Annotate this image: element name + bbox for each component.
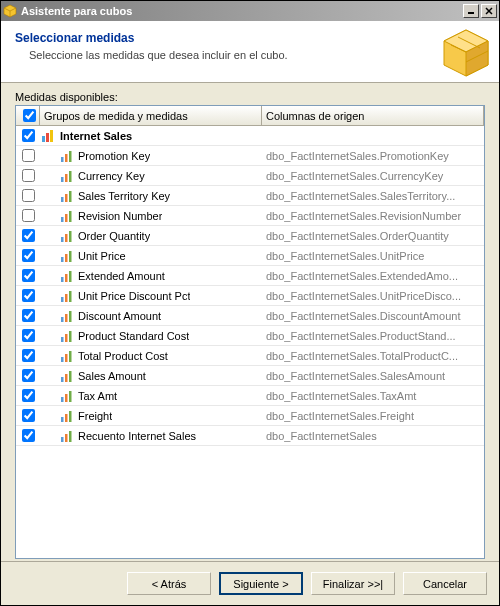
row-source-cell: dbo_FactInternetSales.TotalProductC...: [262, 350, 484, 362]
header-checkbox-cell[interactable]: [16, 106, 40, 125]
measure-row[interactable]: Order Quantitydbo_FactInternetSales.Orde…: [16, 226, 484, 246]
row-checkbox[interactable]: [22, 349, 35, 362]
svg-rect-32: [61, 277, 64, 282]
measure-icon: [58, 308, 74, 324]
row-name-text: Total Product Cost: [78, 350, 168, 362]
row-name-cell: Promotion Key: [40, 148, 262, 164]
row-name-text: Recuento Internet Sales: [78, 430, 196, 442]
measure-icon: [58, 408, 74, 424]
svg-rect-38: [61, 317, 64, 322]
row-name-text: Tax Amt: [78, 390, 117, 402]
measure-icon: [58, 288, 74, 304]
row-source-cell: dbo_FactInternetSales.RevisionNumber: [262, 210, 484, 222]
row-source-cell: dbo_FactInternetSales.SalesAmount: [262, 370, 484, 382]
row-checkbox[interactable]: [22, 369, 35, 382]
row-checkbox-cell: [16, 189, 40, 202]
svg-rect-17: [61, 177, 64, 182]
measure-icon: [58, 328, 74, 344]
svg-rect-11: [42, 136, 45, 142]
row-checkbox-cell: [16, 169, 40, 182]
row-checkbox-cell: [16, 209, 40, 222]
row-checkbox[interactable]: [22, 149, 35, 162]
svg-rect-14: [61, 157, 64, 162]
svg-rect-27: [65, 234, 68, 242]
measure-icon: [58, 228, 74, 244]
measure-row[interactable]: Product Standard Costdbo_FactInternetSal…: [16, 326, 484, 346]
row-name-cell: Discount Amount: [40, 308, 262, 324]
select-all-checkbox[interactable]: [23, 109, 36, 122]
svg-rect-42: [65, 334, 68, 342]
measure-row[interactable]: Sales Territory Keydbo_FactInternetSales…: [16, 186, 484, 206]
titlebar: Asistente para cubos: [1, 1, 499, 21]
measure-row[interactable]: Currency Keydbo_FactInternetSales.Curren…: [16, 166, 484, 186]
svg-rect-36: [65, 294, 68, 302]
close-button[interactable]: [481, 4, 497, 18]
measure-row[interactable]: Recuento Internet Salesdbo_FactInternetS…: [16, 426, 484, 446]
row-checkbox[interactable]: [22, 429, 35, 442]
svg-rect-53: [61, 417, 64, 422]
svg-rect-58: [69, 431, 72, 442]
cancel-button[interactable]: Cancelar: [403, 572, 487, 595]
measure-icon: [58, 388, 74, 404]
measure-row[interactable]: Extended Amountdbo_FactInternetSales.Ext…: [16, 266, 484, 286]
row-checkbox-cell: [16, 289, 40, 302]
svg-rect-33: [65, 274, 68, 282]
row-checkbox[interactable]: [22, 169, 35, 182]
svg-rect-25: [69, 211, 72, 222]
row-checkbox[interactable]: [22, 129, 35, 142]
measure-icon: [58, 248, 74, 264]
row-name-text: Currency Key: [78, 170, 145, 182]
row-name-text: Revision Number: [78, 210, 162, 222]
measure-row[interactable]: Revision Numberdbo_FactInternetSales.Rev…: [16, 206, 484, 226]
measure-row[interactable]: Tax Amtdbo_FactInternetSales.TaxAmt: [16, 386, 484, 406]
svg-rect-21: [65, 194, 68, 202]
row-checkbox[interactable]: [22, 249, 35, 262]
measure-row[interactable]: Total Product Costdbo_FactInternetSales.…: [16, 346, 484, 366]
measure-row[interactable]: Unit Price Discount Pctdbo_FactInternetS…: [16, 286, 484, 306]
grid-header: Grupos de medida y medidas Columnas de o…: [16, 106, 484, 126]
row-name-cell: Tax Amt: [40, 388, 262, 404]
cube-illustration: [441, 27, 491, 77]
row-name-text: Freight: [78, 410, 112, 422]
row-source-cell: dbo_FactInternetSales.PromotionKey: [262, 150, 484, 162]
measure-icon: [58, 188, 74, 204]
row-checkbox[interactable]: [22, 269, 35, 282]
row-checkbox[interactable]: [22, 229, 35, 242]
row-name-cell: Total Product Cost: [40, 348, 262, 364]
back-button[interactable]: < Atrás: [127, 572, 211, 595]
measure-row[interactable]: Freightdbo_FactInternetSales.Freight: [16, 406, 484, 426]
row-checkbox[interactable]: [22, 289, 35, 302]
wizard-footer: < Atrás Siguiente > Finalizar >>| Cancel…: [1, 561, 499, 605]
svg-rect-31: [69, 251, 72, 262]
measure-group-row[interactable]: Internet Sales: [16, 126, 484, 146]
next-button[interactable]: Siguiente >: [219, 572, 303, 595]
row-checkbox[interactable]: [22, 329, 35, 342]
svg-rect-37: [69, 291, 72, 302]
cube-icon: [3, 4, 17, 18]
svg-rect-24: [65, 214, 68, 222]
svg-rect-29: [61, 257, 64, 262]
row-name-cell: Order Quantity: [40, 228, 262, 244]
row-name-text: Sales Territory Key: [78, 190, 170, 202]
row-name-cell: Internet Sales: [40, 128, 262, 144]
row-checkbox[interactable]: [22, 209, 35, 222]
measure-row[interactable]: Unit Pricedbo_FactInternetSales.UnitPric…: [16, 246, 484, 266]
row-name-text: Unit Price: [78, 250, 126, 262]
svg-rect-39: [65, 314, 68, 322]
row-checkbox[interactable]: [22, 389, 35, 402]
minimize-button[interactable]: [463, 4, 479, 18]
row-checkbox-cell: [16, 149, 40, 162]
row-source-cell: dbo_FactInternetSales.Freight: [262, 410, 484, 422]
row-checkbox[interactable]: [22, 409, 35, 422]
row-source-cell: dbo_FactInternetSales.DiscountAmount: [262, 310, 484, 322]
svg-rect-49: [69, 371, 72, 382]
measure-row[interactable]: Discount Amountdbo_FactInternetSales.Dis…: [16, 306, 484, 326]
svg-rect-48: [65, 374, 68, 382]
column-header-name[interactable]: Grupos de medida y medidas: [40, 106, 262, 125]
row-checkbox[interactable]: [22, 309, 35, 322]
finish-button[interactable]: Finalizar >>|: [311, 572, 395, 595]
row-checkbox[interactable]: [22, 189, 35, 202]
measure-row[interactable]: Promotion Keydbo_FactInternetSales.Promo…: [16, 146, 484, 166]
column-header-source[interactable]: Columnas de origen: [262, 106, 484, 125]
measure-row[interactable]: Sales Amountdbo_FactInternetSales.SalesA…: [16, 366, 484, 386]
